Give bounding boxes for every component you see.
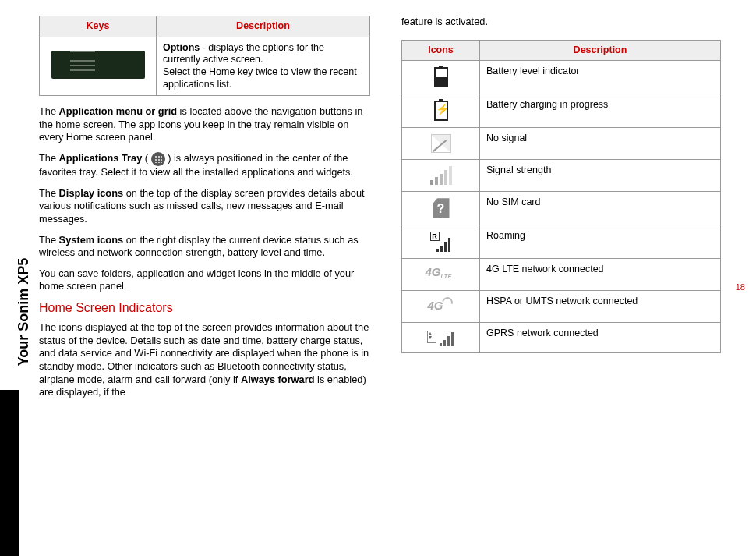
battery-level-icon xyxy=(434,67,448,87)
p1-bold: Application menu or grid xyxy=(59,105,177,117)
gprs-desc: GPRS network connected xyxy=(480,323,721,353)
paragraph-display-icons: The Display icons on the top of the disp… xyxy=(39,187,370,226)
sidebar-section-label: Your Sonim XP5 xyxy=(16,258,32,367)
hspa-desc: HSPA or UMTS network connected xyxy=(480,291,721,323)
table-header-row: Keys Description xyxy=(40,16,370,37)
options-desc-2: Select the Home key twice to view the re… xyxy=(163,66,357,90)
p6-bold: Always forward xyxy=(241,374,315,385)
table-row: Battery charging in progress xyxy=(402,94,721,128)
table-row: 4G LTE network connected xyxy=(402,259,721,291)
paragraph-system-icons: The System icons on the right display th… xyxy=(39,234,370,260)
page-number: 18 xyxy=(736,282,745,292)
gprs-icon-cell: ▲▼ xyxy=(402,323,480,353)
keys-table: Keys Description Options - displays the … xyxy=(39,16,370,96)
hspa-icon xyxy=(428,297,454,316)
table-row: ▲▼ GPRS network connected xyxy=(402,323,721,353)
nosignal-icon-cell xyxy=(402,128,480,160)
section-title-home-indicators: Home Screen Indicators xyxy=(39,301,370,315)
no-sim-icon xyxy=(433,198,450,218)
table-row: Options - displays the options for the c… xyxy=(40,37,370,96)
table-row: Signal strength xyxy=(402,160,721,192)
roaming-icon xyxy=(430,232,452,252)
feature-activated-text: feature is activated. xyxy=(401,16,721,29)
sidebar-black-bar xyxy=(0,390,19,556)
no-signal-icon xyxy=(431,134,451,153)
battery-icon-cell xyxy=(402,61,480,94)
paragraph-save-folders: You can save folders, application and wi… xyxy=(39,267,370,293)
table-row: No SIM card xyxy=(402,192,721,225)
options-label: Options xyxy=(163,42,200,53)
description-header: Description xyxy=(480,40,721,61)
options-key-cell xyxy=(40,37,157,96)
icons-table: Icons Description Battery level indicato… xyxy=(401,40,721,354)
p2-pre: The xyxy=(39,152,59,164)
p3-pre: The xyxy=(39,187,59,199)
options-desc-cell: Options - displays the options for the c… xyxy=(157,37,370,96)
p3-bold: Display icons xyxy=(59,187,124,199)
p2-mid: ( xyxy=(142,152,150,164)
table-row: No signal xyxy=(402,128,721,160)
gprs-arrows-icon: ▲▼ xyxy=(428,331,433,339)
right-column: feature is activated. Icons Description … xyxy=(401,16,721,407)
p4-pre: The xyxy=(39,234,59,246)
battery-charging-icon xyxy=(434,101,448,121)
paragraph-indicators: The icons displayed at the top of the sc… xyxy=(39,321,370,399)
paragraph-apps-tray: The Applications Tray ( ) is always posi… xyxy=(39,152,370,179)
keys-header: Keys xyxy=(40,16,157,37)
table-row: Roaming xyxy=(402,225,721,259)
signal-desc: Signal strength xyxy=(480,160,721,192)
p1-pre: The xyxy=(39,105,59,117)
lte-desc: 4G LTE network connected xyxy=(480,259,721,291)
battery-desc: Battery level indicator xyxy=(480,61,721,94)
description-header: Description xyxy=(157,16,370,37)
gprs-icon: ▲▼ xyxy=(427,329,455,346)
table-row: Battery level indicator xyxy=(402,61,721,94)
hspa-icon-cell xyxy=(402,291,480,323)
paragraph-app-menu: The Application menu or grid is located … xyxy=(39,105,370,144)
p2-bold: Applications Tray xyxy=(59,152,143,164)
left-column: Keys Description Options - displays the … xyxy=(39,16,370,407)
table-row: HSPA or UMTS network connected xyxy=(402,291,721,323)
apps-tray-icon xyxy=(151,152,165,166)
icons-header: Icons xyxy=(402,40,480,61)
roaming-icon-cell xyxy=(402,225,480,259)
options-key-icon xyxy=(51,51,145,79)
signal-strength-icon xyxy=(430,166,452,185)
lte-icon-cell xyxy=(402,259,480,291)
hspa-ring-icon xyxy=(440,296,454,310)
nosim-desc: No SIM card xyxy=(480,192,721,225)
roaming-desc: Roaming xyxy=(480,225,721,259)
nosim-icon-cell xyxy=(402,192,480,225)
p4-bold: System icons xyxy=(59,234,124,246)
charging-icon-cell xyxy=(402,94,480,128)
charging-desc: Battery charging in progress xyxy=(480,94,721,128)
signal-icon-cell xyxy=(402,160,480,192)
4g-lte-icon xyxy=(426,265,457,284)
nosignal-desc: No signal xyxy=(480,128,721,160)
table-header-row: Icons Description xyxy=(402,40,721,61)
